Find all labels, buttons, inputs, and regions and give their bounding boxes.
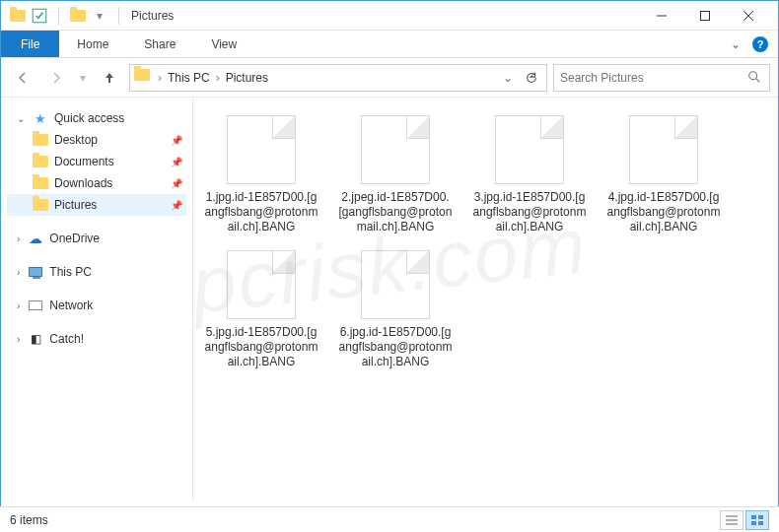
history-dropdown-icon[interactable]: ⌄: [497, 67, 519, 89]
folder-icon[interactable]: [69, 7, 87, 25]
window-title: Pictures: [131, 9, 174, 23]
icons-view-button[interactable]: [745, 510, 769, 530]
file-thumbnail: [227, 250, 296, 319]
pin-icon: 📌: [171, 135, 182, 146]
file-item[interactable]: 6.jpg.id-1E857D00.[gangflsbang@protonmai…: [333, 246, 458, 373]
file-name: 2.jpeg.id-1E857D00.[gangflsbang@protonma…: [337, 190, 454, 234]
file-item[interactable]: 1.jpg.id-1E857D00.[gangflsbang@protonmai…: [199, 111, 323, 238]
svg-rect-4: [758, 515, 763, 519]
minimize-button[interactable]: [640, 2, 683, 30]
chevron-right-icon: ›: [17, 233, 20, 244]
forward-button[interactable]: [42, 64, 70, 92]
breadcrumb-pictures[interactable]: Pictures: [222, 71, 272, 85]
file-name: 6.jpg.id-1E857D00.[gangflsbang@protonmai…: [337, 325, 454, 369]
file-item[interactable]: 3.jpg.id-1E857D00.[gangflsbang@protonmai…: [467, 111, 592, 238]
main-area: ⌄ ★ Quick access Desktop📌Documents📌Downl…: [1, 98, 778, 501]
monitor-icon: [28, 264, 43, 280]
file-thumbnail: [495, 115, 564, 184]
sidebar-network[interactable]: › Network: [7, 295, 186, 316]
file-name: 1.jpg.id-1E857D00.[gangflsbang@protonmai…: [203, 190, 319, 234]
sidebar-onedrive[interactable]: › ☁ OneDrive: [7, 228, 186, 249]
folder-icon: [33, 132, 48, 148]
chevron-right-icon[interactable]: ›: [214, 71, 222, 85]
sidebar-item-label: Downloads: [54, 176, 112, 190]
chevron-down-icon: ⌄: [17, 113, 25, 124]
maximize-button[interactable]: [683, 2, 727, 30]
tab-view[interactable]: View: [193, 31, 254, 57]
file-tab[interactable]: File: [1, 31, 59, 57]
sidebar-item-label: Desktop: [54, 133, 98, 147]
sidebar-item-desktop[interactable]: Desktop📌: [7, 129, 186, 151]
search-icon[interactable]: [747, 70, 763, 86]
svg-point-2: [749, 71, 757, 79]
sidebar-item-label: OneDrive: [49, 232, 100, 245]
pin-icon: 📌: [171, 200, 182, 211]
help-icon[interactable]: ?: [752, 36, 768, 52]
window-controls: [640, 2, 770, 30]
properties-icon[interactable]: [31, 7, 48, 25]
chevron-right-icon: ›: [17, 267, 20, 278]
file-name: 5.jpg.id-1E857D00.[gangflsbang@protonmai…: [203, 325, 319, 369]
file-item[interactable]: 4.jpg.id-1E857D00.[gangflsbang@protonmai…: [602, 111, 726, 238]
sidebar-item-label: This PC: [49, 265, 92, 279]
recent-dropdown-icon[interactable]: ▾: [76, 64, 90, 92]
sidebar-catch[interactable]: › ◧ Catch!: [7, 328, 186, 350]
breadcrumb-thispc[interactable]: This PC: [164, 71, 214, 85]
folder-icon: [33, 175, 48, 191]
svg-rect-6: [758, 521, 763, 525]
file-thumbnail: [227, 115, 296, 184]
search-box[interactable]: [553, 64, 770, 92]
search-input[interactable]: [560, 71, 747, 85]
file-thumbnail: [361, 250, 430, 319]
file-name: 3.jpg.id-1E857D00.[gangflsbang@protonmai…: [471, 190, 588, 234]
file-item[interactable]: 5.jpg.id-1E857D00.[gangflsbang@protonmai…: [199, 246, 323, 373]
sidebar-item-label: Documents: [54, 155, 114, 168]
navigation-pane: ⌄ ★ Quick access Desktop📌Documents📌Downl…: [1, 98, 193, 501]
tab-share[interactable]: Share: [126, 31, 193, 57]
star-icon: ★: [33, 110, 48, 126]
item-count: 6 items: [10, 513, 48, 527]
sidebar-item-label: Catch!: [49, 332, 84, 346]
titlebar: ▾ Pictures: [1, 1, 778, 31]
back-button[interactable]: [9, 64, 36, 92]
up-button[interactable]: [96, 64, 123, 92]
network-icon: [28, 298, 43, 313]
separator: [58, 7, 59, 25]
close-button[interactable]: [727, 2, 770, 30]
separator: [118, 7, 119, 25]
file-list[interactable]: 1.jpg.id-1E857D00.[gangflsbang@protonmai…: [193, 98, 778, 501]
folder-icon: [134, 69, 152, 87]
refresh-icon[interactable]: [521, 67, 542, 89]
file-name: 4.jpg.id-1E857D00.[gangflsbang@protonmai…: [605, 190, 722, 234]
quick-access-toolbar: ▾: [9, 7, 125, 25]
file-thumbnail: [361, 115, 430, 184]
app-icon: ◧: [28, 331, 43, 347]
sidebar-thispc[interactable]: › This PC: [7, 261, 186, 283]
folder-icon: [9, 7, 27, 25]
sidebar-item-pictures[interactable]: Pictures📌: [7, 194, 186, 216]
address-bar: ▾ › This PC › Pictures ⌄: [1, 58, 778, 98]
sidebar-item-downloads[interactable]: Downloads📌: [7, 172, 186, 194]
file-item[interactable]: 2.jpeg.id-1E857D00.[gangflsbang@protonma…: [333, 111, 458, 238]
cloud-icon: ☁: [28, 231, 43, 246]
ribbon: File Home Share View ⌄ ?: [1, 31, 778, 58]
pin-icon: 📌: [171, 178, 182, 189]
file-thumbnail: [629, 115, 698, 184]
ribbon-expand-icon[interactable]: ⌄: [731, 37, 741, 51]
svg-rect-5: [751, 521, 756, 525]
chevron-right-icon[interactable]: ›: [156, 71, 164, 85]
details-view-button[interactable]: [720, 510, 744, 530]
sidebar-item-label: Pictures: [54, 198, 97, 212]
sidebar-item-documents[interactable]: Documents📌: [7, 151, 186, 172]
chevron-right-icon: ›: [17, 300, 20, 311]
svg-rect-3: [751, 515, 756, 519]
pin-icon: 📌: [171, 157, 182, 167]
tab-home[interactable]: Home: [59, 31, 126, 57]
chevron-right-icon: ›: [17, 334, 20, 345]
sidebar-quick-access[interactable]: ⌄ ★ Quick access: [7, 107, 186, 129]
folder-icon: [33, 154, 48, 169]
svg-rect-1: [701, 11, 710, 20]
breadcrumb[interactable]: › This PC › Pictures ⌄: [129, 64, 547, 92]
qat-dropdown-icon[interactable]: ▾: [91, 7, 108, 25]
sidebar-item-label: Quick access: [54, 111, 124, 125]
